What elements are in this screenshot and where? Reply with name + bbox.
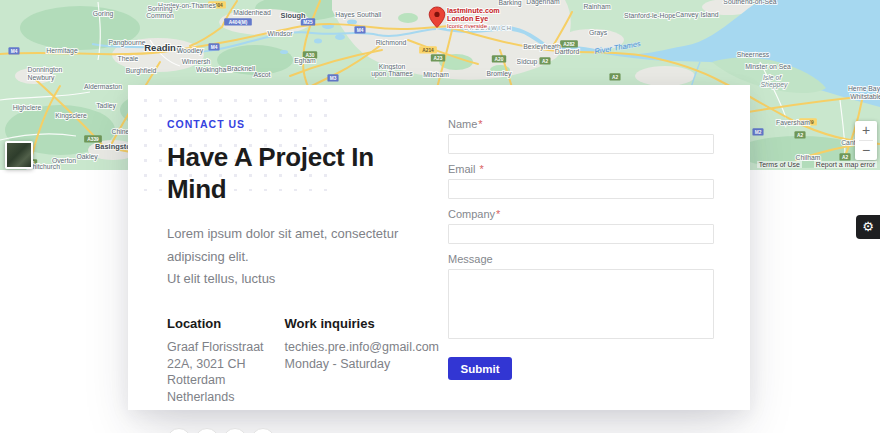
company-label: Company*: [448, 208, 714, 220]
map-town-label: Ascot: [254, 71, 271, 78]
map-town-label: Maidenhead: [233, 9, 271, 16]
facebook-link[interactable]: f: [167, 428, 191, 433]
work-email[interactable]: techies.pre.info@gmail.com: [285, 340, 439, 354]
map-town-label: Woodley: [177, 47, 204, 55]
twitter-link[interactable]: [223, 428, 247, 433]
map-town-label: Newbury: [28, 74, 55, 82]
map-town-label: Bromley: [487, 70, 513, 78]
work-inquiries-heading: Work inquiries: [285, 316, 439, 331]
report-map-error-link[interactable]: Report a map error: [814, 161, 877, 168]
map-town-label: Dartford: [555, 48, 580, 55]
pin-label-tagline: Iconic riverside: [447, 23, 488, 29]
svg-text:M2: M2: [755, 130, 762, 135]
map-town-label: Stanford-le-Hope: [624, 12, 676, 20]
pin-label-subtitle[interactable]: London Eye: [447, 14, 488, 23]
map-town-label: Kingsclere: [55, 112, 87, 120]
map-zoom-control: + −: [855, 121, 877, 160]
message-label: Message: [448, 253, 714, 265]
map-town-label: Rainham: [583, 3, 611, 10]
road-badge: M4: [208, 43, 219, 50]
svg-text:A20: A20: [495, 57, 504, 62]
svg-text:A214: A214: [422, 48, 434, 53]
map-town-label: Tadley: [96, 102, 116, 110]
road-badge: A20: [492, 55, 506, 62]
road-badge: M4: [354, 26, 365, 33]
map-town-label: Southend-on-Sea: [723, 0, 777, 5]
svg-text:M3: M3: [330, 76, 337, 81]
description-line-2: Ut elit tellus, luctus: [167, 271, 275, 286]
email-label: Email *: [448, 163, 714, 175]
eyebrow-label: CONTACT US: [167, 118, 439, 130]
map-town-label: Slough: [280, 11, 306, 20]
description-line-1: Lorem ipsum dolor sit amet, consectetur …: [167, 226, 398, 263]
required-asterisk: *: [480, 163, 484, 175]
road-badge: A2: [609, 73, 620, 80]
map-town-label: Grays: [589, 29, 608, 37]
map-town-label: Minster on Sea: [745, 63, 791, 70]
map-town-label: Hayes: [335, 11, 355, 19]
map-town-label: Bracknell: [227, 65, 255, 72]
submit-button[interactable]: Submit: [448, 357, 512, 380]
map-town-label: Chilham: [796, 154, 821, 161]
road-badge: M4: [8, 47, 19, 54]
svg-text:M4: M4: [357, 28, 364, 33]
work-days: Monday - Saturday: [285, 357, 391, 371]
name-label: Name*: [448, 118, 714, 130]
settings-gear-button[interactable]: ⚙: [856, 215, 880, 239]
zoom-in-button[interactable]: +: [855, 121, 877, 140]
map-town-label: Pangbourne: [108, 39, 145, 47]
map-town-label: Mitcham: [423, 71, 449, 78]
svg-text:A2: A2: [542, 59, 548, 64]
zoom-out-button[interactable]: −: [855, 141, 877, 160]
map-town-label: Sheerness: [737, 51, 770, 58]
required-asterisk: *: [478, 118, 482, 130]
road-badge: A282: [560, 40, 578, 47]
svg-text:A2: A2: [797, 133, 803, 138]
company-input[interactable]: [448, 224, 714, 244]
svg-text:A282: A282: [563, 42, 575, 47]
road-badge: M2: [752, 128, 763, 135]
linkedin-link[interactable]: in: [195, 428, 219, 433]
satellite-view-toggle[interactable]: [5, 141, 33, 169]
map-town-label: Winnersh: [182, 58, 211, 65]
road-badge: A2: [839, 153, 850, 160]
map-town-label: Faversham: [776, 119, 810, 126]
location-block: Location Graaf Florisstraat 22A, 3021 CH…: [167, 316, 285, 407]
contact-card: CONTACT US Have A Project In Mind Lorem …: [128, 85, 750, 410]
road-badge: M3: [327, 74, 338, 81]
road-badge: A2: [539, 57, 550, 64]
road-badge: A2: [794, 131, 805, 138]
map-town-label: upon Thames: [371, 70, 413, 78]
instagram-link[interactable]: [251, 428, 275, 433]
road-badge: A214: [419, 46, 437, 53]
gear-icon: ⚙: [862, 219, 874, 234]
map-town-label: Aldermaston: [84, 83, 122, 90]
terms-of-use-link[interactable]: Terms of Use: [757, 161, 802, 168]
social-links: f in: [167, 428, 439, 433]
work-inquiries-block: Work inquiries techies.pre.info@gmail.co…: [285, 316, 439, 407]
message-input[interactable]: [448, 269, 714, 339]
location-heading: Location: [167, 316, 285, 331]
map-town-label: Common: [146, 12, 174, 19]
map-town-label: Oakley: [76, 153, 98, 161]
svg-text:A404(M): A404(M): [229, 20, 248, 25]
map-town-label: Highclere: [13, 104, 42, 112]
name-input[interactable]: [448, 134, 714, 154]
map-town-label: Whitstable: [850, 93, 880, 100]
svg-text:A2: A2: [612, 75, 618, 80]
map-town-label: Burghfield: [126, 67, 157, 75]
map-town-label: Windsor: [268, 30, 294, 37]
required-asterisk: *: [496, 208, 500, 220]
map-town-label: Isle of: [763, 74, 782, 81]
svg-text:M4: M4: [11, 49, 18, 54]
map-town-label: Goring: [93, 10, 114, 18]
email-input[interactable]: [448, 179, 714, 199]
contact-info-column: CONTACT US Have A Project In Mind Lorem …: [167, 118, 439, 433]
map-town-label: Egham: [294, 57, 316, 65]
page-title: Have A Project In Mind: [167, 142, 439, 205]
map-town-label: Theale: [118, 55, 139, 62]
location-address-line1: Graaf Florisstraat 22A, 3021 CH: [167, 340, 264, 371]
info-row: Location Graaf Florisstraat 22A, 3021 CH…: [167, 316, 439, 407]
contact-form: Name* Email * Company* Message Submit: [448, 118, 714, 380]
svg-text:M4: M4: [211, 45, 218, 50]
